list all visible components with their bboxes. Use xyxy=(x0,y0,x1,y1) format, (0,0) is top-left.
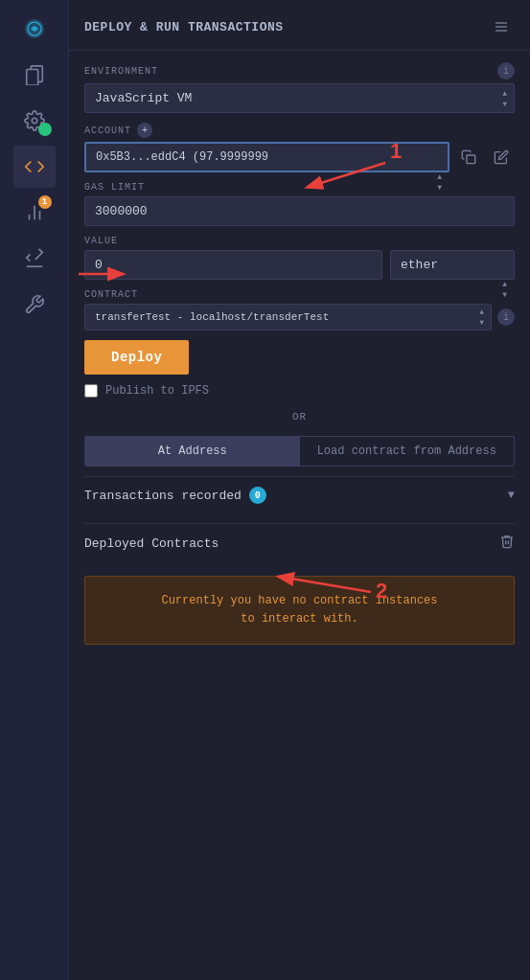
gas-limit-field: GAS LIMIT xyxy=(84,182,515,226)
svg-point-2 xyxy=(33,27,36,31)
tx-left: Transactions recorded 0 xyxy=(84,487,266,504)
account-copy-button[interactable] xyxy=(455,144,482,171)
sidebar-item-testing[interactable] xyxy=(13,238,56,280)
account-field: ACCOUNT + 0x5B3...eddC4 (97.9999999 ▲ ▼ xyxy=(84,123,515,172)
trash-icon[interactable] xyxy=(499,534,515,553)
svg-point-5 xyxy=(32,118,37,124)
analysis-badge: 1 xyxy=(38,195,52,209)
contract-label: CONTRACT xyxy=(84,289,515,300)
publish-ipfs-checkbox[interactable] xyxy=(84,384,98,398)
contract-row: transferTest - localhost/transderTest ▲ … xyxy=(84,304,515,330)
header: DEPLOY & RUN TRANSACTIONS xyxy=(69,0,530,51)
contract-info-icon: i xyxy=(503,312,509,323)
contract-select[interactable]: transferTest - localhost/transderTest xyxy=(84,304,492,330)
compiler-status-badge xyxy=(38,123,52,136)
account-select-wrapper: 0x5B3...eddC4 (97.9999999 ▲ ▼ xyxy=(84,142,449,172)
account-select[interactable]: 0x5B3...eddC4 (97.9999999 xyxy=(84,142,449,172)
sidebar-item-deploy[interactable] xyxy=(13,146,56,188)
check-double-icon xyxy=(24,248,45,269)
value-input-wrapper xyxy=(84,250,382,280)
account-label: ACCOUNT xyxy=(84,125,131,136)
copy-icon xyxy=(461,149,476,165)
deployed-contracts-row: Deployed Contracts xyxy=(84,523,515,562)
account-plus-button[interactable]: + xyxy=(137,123,152,138)
sidebar-item-compiler[interactable] xyxy=(13,100,56,142)
publish-ipfs-label: Publish to IPFS xyxy=(105,384,209,398)
transactions-recorded-row[interactable]: Transactions recorded 0 ▼ xyxy=(84,476,515,513)
environment-select[interactable]: JavaScript VM Injected Web3 Web3 Provide… xyxy=(84,83,515,113)
value-row: wei gwei finney ether ▲ ▼ xyxy=(84,250,515,280)
load-contract-tab[interactable]: Load contract from Address xyxy=(300,437,515,466)
gas-limit-label: GAS LIMIT xyxy=(84,182,515,193)
no-contracts-line1: Currently you have no contract instances xyxy=(101,592,498,610)
tx-recorded-label: Transactions recorded xyxy=(84,489,242,503)
account-row: 0x5B3...eddC4 (97.9999999 ▲ ▼ xyxy=(84,142,515,172)
svg-rect-12 xyxy=(495,30,507,31)
deploy-button[interactable]: Deploy xyxy=(84,340,189,375)
at-address-tab[interactable]: At Address xyxy=(85,437,300,466)
environment-info-button[interactable]: i xyxy=(497,62,515,80)
sidebar-item-analysis[interactable]: 1 xyxy=(13,192,56,234)
contract-info-button[interactable]: i xyxy=(497,308,515,326)
content-area: ENVIRONMENT i JavaScript VM Injected Web… xyxy=(69,51,530,656)
sidebar-logo[interactable] xyxy=(13,8,56,50)
svg-rect-11 xyxy=(495,26,507,27)
tx-chevron-icon: ▼ xyxy=(508,489,515,502)
no-contracts-line2: to interact with. xyxy=(101,610,498,628)
page-title: DEPLOY & RUN TRANSACTIONS xyxy=(84,20,284,34)
delete-icon xyxy=(499,534,515,549)
publish-ipfs-row: Publish to IPFS xyxy=(84,384,515,398)
value-unit-select[interactable]: wei gwei finney ether xyxy=(390,250,515,280)
svg-rect-10 xyxy=(495,22,507,23)
logo-icon xyxy=(24,18,45,39)
environment-field: ENVIRONMENT i JavaScript VM Injected Web… xyxy=(84,62,515,113)
svg-rect-4 xyxy=(26,70,37,86)
edit-icon xyxy=(494,149,509,165)
or-divider: OR xyxy=(84,411,515,422)
value-unit-wrapper: wei gwei finney ether ▲ ▼ xyxy=(390,250,515,280)
value-input[interactable] xyxy=(84,250,382,280)
value-label: VALUE xyxy=(84,236,515,246)
environment-info-icon: i xyxy=(503,66,509,77)
address-tabs: At Address Load contract from Address xyxy=(84,436,515,467)
main-panel: DEPLOY & RUN TRANSACTIONS ENVIRONMENT i … xyxy=(69,0,530,980)
svg-rect-13 xyxy=(467,155,475,164)
no-contracts-notice: Currently you have no contract instances… xyxy=(84,576,515,645)
sidebar-item-settings[interactable] xyxy=(13,284,56,326)
tx-count-badge: 0 xyxy=(249,487,266,504)
copy-icon xyxy=(24,64,45,85)
deploy-icon xyxy=(24,156,45,177)
sidebar: 1 xyxy=(0,0,69,980)
wrench-icon xyxy=(24,294,45,315)
account-edit-button[interactable] xyxy=(488,144,515,171)
list-icon xyxy=(494,19,509,34)
deployed-contracts-label: Deployed Contracts xyxy=(84,536,219,551)
gas-limit-input[interactable] xyxy=(84,196,515,226)
sidebar-item-files[interactable] xyxy=(13,54,56,96)
header-menu-button[interactable] xyxy=(488,13,515,40)
environment-label: ENVIRONMENT xyxy=(84,66,158,77)
deploy-row: Deploy xyxy=(84,340,515,375)
value-field: VALUE wei gwei finney ether ▲ ▼ xyxy=(84,236,515,280)
contract-field: CONTRACT transferTest - localhost/transd… xyxy=(84,289,515,330)
